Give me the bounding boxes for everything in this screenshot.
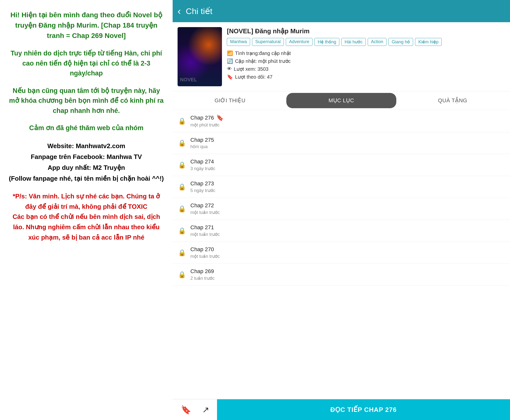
tab-muc-luc[interactable]: MỤC LỤC <box>286 93 396 108</box>
chapter-info: Chap 273 5 ngày trước <box>190 180 505 193</box>
chapter-time: một tuần trước <box>190 232 505 237</box>
views-label: Lượt xem: 3503 <box>234 66 269 72</box>
chapter-item[interactable]: 🔒 Chap 269 2 tuần trước <box>173 264 510 286</box>
page-title: Chi tiết <box>186 6 212 16</box>
chapter-title: Chap 270 <box>190 246 505 253</box>
chapter-title: Chap 273 <box>190 180 505 187</box>
secondary-info-text: Tuy nhiên do dịch trực tiếp từ tiếng Hàn… <box>7 48 165 78</box>
views-row: 👁 Lượt xem: 3503 <box>227 66 505 72</box>
cover-art <box>178 27 222 86</box>
tag-manhwa[interactable]: Manhwa <box>227 38 250 46</box>
chapter-time: 3 ngày trước <box>190 166 505 171</box>
tab-qua-tang[interactable]: QUÀ TẶNG <box>398 93 508 108</box>
lock-icon: 🔒 <box>178 160 186 169</box>
eye-icon: 👁 <box>227 66 232 72</box>
chapter-item[interactable]: 🔒 Chap 271 một tuần trước <box>173 220 510 242</box>
chapter-title: Chap 272 <box>190 202 505 209</box>
lock-icon: 🔒 <box>178 117 186 125</box>
tag-giang-ho[interactable]: Giang hồ <box>388 38 413 46</box>
chapter-list: 🔒 Chap 276 🔖 một phút trước 🔒 Chap 275 h… <box>173 110 510 399</box>
right-panel: ‹ Chi tiết [NOVEL] Đăng nhập Murim Manhw… <box>173 0 510 420</box>
header: ‹ Chi tiết <box>173 0 510 22</box>
share-icon[interactable]: ↗ <box>202 405 209 415</box>
chapter-item[interactable]: 🔒 Chap 276 🔖 một phút trước <box>173 110 510 132</box>
novel-info-section: [NOVEL] Đăng nhập Murim Manhwa Supernatu… <box>173 22 510 91</box>
tag-he-thong[interactable]: Hệ thống <box>314 38 339 46</box>
bookmark-stat-icon: 🔖 <box>227 74 233 80</box>
chapter-info: Chap 269 2 tuần trước <box>190 268 505 281</box>
chapter-title: Chap 269 <box>190 268 505 275</box>
tag-adventure[interactable]: Adventure <box>286 38 312 46</box>
chapter-title: Chap 276 🔖 <box>190 114 505 121</box>
novel-stats: 📶 Tình trạng:đang cập nhật 🔄 Cập nhật: m… <box>227 50 505 80</box>
cta-text: Nếu bạn cũng quan tâm tới bộ truyện này,… <box>7 86 165 116</box>
bottom-left-actions: 🔖 ↗ <box>173 405 217 415</box>
chapter-time: một tuần trước <box>190 210 505 215</box>
tag-supernatural[interactable]: Supernatural <box>252 38 284 46</box>
chapter-info: Chap 275 hôm qua <box>190 137 505 149</box>
main-announcement-text: Hi! Hiện tại bên mình đang theo đuổi Nov… <box>7 10 165 41</box>
novel-cover-image <box>178 27 222 86</box>
lock-icon: 🔒 <box>178 270 186 279</box>
chapter-title: Chap 271 <box>190 224 505 231</box>
tabs-row: GIỚI THIỆU MỤC LỤC QUÀ TẶNG <box>173 91 510 110</box>
tag-action[interactable]: Action <box>368 38 386 46</box>
status-row: 📶 Tình trạng:đang cập nhật <box>227 50 505 56</box>
novel-details: [NOVEL] Đăng nhập Murim Manhwa Supernatu… <box>227 27 505 86</box>
thanks-text: Cảm ơn đã ghé thăm web của nhóm <box>7 123 165 133</box>
chapter-time: một phút trước <box>190 122 505 128</box>
chapter-info: Chap 271 một tuần trước <box>190 224 505 237</box>
chapter-time: 5 ngày trước <box>190 188 505 193</box>
links-text: Website: Manhwatv2.com Fanpage trên Face… <box>7 140 165 184</box>
lock-icon: 🔒 <box>178 226 186 235</box>
refresh-icon: 🔄 <box>227 58 233 64</box>
bookmark-icon: 🔖 <box>216 114 224 121</box>
lock-icon: 🔒 <box>178 182 186 191</box>
chapter-time: hôm qua <box>190 144 505 149</box>
bottom-bar: 🔖 ↗ ĐỌC TIẾP CHAP 276 <box>173 399 510 420</box>
warning-text: *P/s: Văn minh. Lịch sự nhé các bạn. Chú… <box>7 191 165 243</box>
chapter-info: Chap 276 🔖 một phút trước <box>190 114 505 128</box>
lock-icon: 🔒 <box>178 204 186 213</box>
update-label: Cập nhật: một phút trước <box>235 58 291 64</box>
chapter-item[interactable]: 🔒 Chap 270 một tuần trước <box>173 242 510 264</box>
chapter-item[interactable]: 🔒 Chap 273 5 ngày trước <box>173 176 510 198</box>
chapter-info: Chap 274 3 ngày trước <box>190 158 505 171</box>
novel-title: [NOVEL] Đăng nhập Murim <box>227 27 505 35</box>
chapter-time: một tuần trước <box>190 254 505 259</box>
tab-gioi-thieu[interactable]: GIỚI THIỆU <box>175 93 285 108</box>
follows-row: 🔖 Lượt theo dõi: 47 <box>227 74 505 80</box>
tags-row: Manhwa Supernatural Adventure Hệ thống H… <box>227 38 505 46</box>
chapter-info: Chap 270 một tuần trước <box>190 246 505 259</box>
chapter-item[interactable]: 🔒 Chap 274 3 ngày trước <box>173 154 510 176</box>
lock-icon: 🔒 <box>178 248 186 257</box>
read-next-button[interactable]: ĐỌC TIẾP CHAP 276 <box>217 399 510 420</box>
chapter-time: 2 tuần trước <box>190 276 505 281</box>
follows-label: Lượt theo dõi: 47 <box>235 74 273 80</box>
bookmark-bottom-icon[interactable]: 🔖 <box>181 405 191 415</box>
chapter-title: Chap 275 <box>190 137 505 143</box>
status-label: Tình trạng:đang cập nhật <box>235 50 291 56</box>
tag-hai-huoc[interactable]: Hài hước <box>341 38 366 46</box>
update-row: 🔄 Cập nhật: một phút trước <box>227 58 505 64</box>
chapter-info: Chap 272 một tuần trước <box>190 202 505 215</box>
back-button[interactable]: ‹ <box>178 6 181 16</box>
chapter-item[interactable]: 🔒 Chap 272 một tuần trước <box>173 198 510 220</box>
signal-icon: 📶 <box>227 50 233 56</box>
lock-icon: 🔒 <box>178 139 186 148</box>
chapter-item[interactable]: 🔒 Chap 275 hôm qua <box>173 132 510 154</box>
chapter-title: Chap 274 <box>190 158 505 165</box>
tag-kiem-hiep[interactable]: Kiếm hiệp <box>415 38 442 46</box>
left-panel: Hi! Hiện tại bên mình đang theo đuổi Nov… <box>0 0 173 420</box>
